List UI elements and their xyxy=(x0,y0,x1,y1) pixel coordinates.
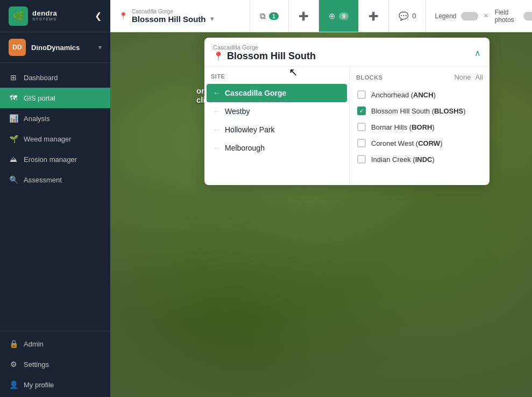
block-item-indc[interactable]: Indian Creek (INDC) xyxy=(356,151,483,167)
block-name-borh: Bornar Hills (BORH) xyxy=(371,123,435,131)
chevron-down-icon: ▾ xyxy=(210,15,214,23)
site-row-melborough[interactable]: ← Melborough xyxy=(207,139,347,157)
layers-badge: 1 xyxy=(269,12,279,20)
site-selector-inner: Cascadilla Gorge Blossom Hill South ▾ xyxy=(132,9,214,24)
sidebar-item-assessment[interactable]: 🔍 Assessment xyxy=(0,169,110,190)
dropdown-panel: Cascadilla Gorge 📍 Blossom Hill South ∧ … xyxy=(204,38,490,185)
logo-icon: 🌿 xyxy=(9,6,28,26)
map-area[interactable]: on click ↖ Cascadilla Gorge 📍 Blossom Hi xyxy=(110,32,532,397)
sidebar-item-label: Dashboard xyxy=(24,74,58,82)
sidebar-item-erosion-manager[interactable]: ⛰ Erosion manager xyxy=(0,149,110,169)
block-checkbox-indc[interactable] xyxy=(357,155,366,164)
block-checkbox-anch[interactable] xyxy=(357,90,366,99)
dashboard-icon: ⊞ xyxy=(9,73,18,82)
sidebar-header: 🌿 dendra SYSTEMS ❮ xyxy=(0,0,110,32)
site-row-westby[interactable]: ← Westby xyxy=(207,102,347,120)
field-photos-toggle[interactable] xyxy=(523,12,532,20)
site-arrow-icon: ← xyxy=(213,107,221,116)
sidebar-item-admin[interactable]: 🔒 Admin xyxy=(0,334,110,354)
main-content: 📍 Cascadilla Gorge Blossom Hill South ▾ … xyxy=(110,0,532,397)
block-item-corw[interactable]: Coronet West (CORW) xyxy=(356,135,483,151)
site-row-name: Hollowley Park xyxy=(225,125,275,134)
erosion-manager-icon: ⛰ xyxy=(9,154,18,164)
chevron-up-icon[interactable]: ∧ xyxy=(474,48,481,58)
sidebar-item-dashboard[interactable]: ⊞ Dashboard xyxy=(0,67,110,88)
dropdown-body: Site ← Cascadilla Gorge ← Westby ← Hollo… xyxy=(204,67,490,185)
legend-label: Legend xyxy=(435,12,456,20)
site-row-cascadilla[interactable]: ← Cascadilla Gorge xyxy=(207,84,347,102)
sidebar-item-weed-manager[interactable]: 🌱 Weed manager xyxy=(0,129,110,149)
sidebar-item-label: Assessment xyxy=(24,176,62,184)
site-label-small: Cascadilla Gorge xyxy=(132,9,214,15)
comments-icon: 💬 xyxy=(399,11,409,21)
site-name-large: Blossom Hill South ▾ xyxy=(132,15,214,24)
add-waypoint-icon: ➕ xyxy=(368,11,379,21)
location-pin-icon: 📍 xyxy=(119,12,127,20)
toolbar: 📍 Cascadilla Gorge Blossom Hill South ▾ … xyxy=(110,0,532,32)
sidebar-item-label: Settings xyxy=(24,360,49,368)
site-row-name: Melborough xyxy=(225,144,265,152)
org-row[interactable]: DD DinoDynamics ▾ xyxy=(0,32,110,63)
sidebar-item-label: GIS portal xyxy=(24,94,55,102)
site-arrow-icon: ← xyxy=(213,144,221,152)
layers-icon: ⧉ xyxy=(260,11,266,21)
add-layer-button[interactable]: ➕ xyxy=(289,0,319,32)
sidebar-collapse-button[interactable]: ❮ xyxy=(95,11,102,21)
dropdown-site-name: 📍 Blossom Hill South xyxy=(213,51,316,62)
block-item-anch[interactable]: Anchorhead (ANCH) xyxy=(356,87,483,103)
sidebar-item-label: Admin xyxy=(24,340,44,348)
dropdown-cascilla: Cascadilla Gorge xyxy=(213,44,316,51)
org-chevron-icon: ▾ xyxy=(98,44,102,51)
block-name-anch: Anchorhead (ANCH) xyxy=(371,91,436,99)
site-row-name: Westby xyxy=(225,107,250,116)
site-arrow-icon: ← xyxy=(213,125,221,134)
site-row-hollowley[interactable]: ← Hollowley Park xyxy=(207,120,347,139)
org-avatar: DD xyxy=(9,39,26,56)
block-name-indc: Indian Creek (INDC) xyxy=(371,155,435,164)
sidebar-item-label: My profile xyxy=(24,381,54,389)
sidebar-item-label: Weed manager xyxy=(24,135,72,143)
block-checkbox-bloshs[interactable] xyxy=(357,107,366,115)
dropdown-header: Cascadilla Gorge 📍 Blossom Hill South ∧ xyxy=(204,38,490,67)
add-layer-icon: ➕ xyxy=(299,11,309,21)
assessment-icon: 🔍 xyxy=(9,175,18,185)
layers-button[interactable]: ⧉ 1 xyxy=(250,0,289,32)
sidebar: 🌿 dendra SYSTEMS ❮ DD DinoDynamics ▾ ⊞ D… xyxy=(0,0,110,397)
logo-area: 🌿 dendra SYSTEMS xyxy=(9,6,57,26)
block-checkbox-borh[interactable] xyxy=(357,123,366,131)
logo-text: dendra SYSTEMS xyxy=(32,10,57,22)
waypoints-badge: 9 xyxy=(339,12,349,20)
blocks-none-link[interactable]: None xyxy=(454,73,471,81)
blocks-col: Blocks None All Anchorhead (ANCH) xyxy=(350,67,490,185)
blocks-all-link[interactable]: All xyxy=(476,73,483,81)
blocks-actions: None All xyxy=(454,73,483,81)
blocks-title: Blocks xyxy=(356,74,382,81)
waypoints-button[interactable]: ⊕ 9 xyxy=(319,0,359,32)
dropdown-pin-icon: 📍 xyxy=(213,51,224,61)
waypoints-icon: ⊕ xyxy=(329,11,336,21)
site-selector[interactable]: 📍 Cascadilla Gorge Blossom Hill South ▾ xyxy=(110,0,250,32)
sidebar-item-gis-portal[interactable]: 🗺 GIS portal xyxy=(0,88,110,108)
block-name-corw: Coronet West (CORW) xyxy=(371,139,442,147)
legend-close-icon[interactable]: ✕ xyxy=(484,12,488,19)
settings-icon: ⚙ xyxy=(9,359,18,369)
legend-toggle[interactable] xyxy=(461,12,478,20)
sidebar-item-my-profile[interactable]: 👤 My profile xyxy=(0,374,110,395)
sidebar-item-analysis[interactable]: 📊 Analysis xyxy=(0,108,110,129)
block-checkbox-corw[interactable] xyxy=(357,139,366,147)
gis-portal-icon: 🗺 xyxy=(9,93,18,103)
dropdown-header-left: Cascadilla Gorge 📍 Blossom Hill South xyxy=(213,44,316,62)
add-waypoint-button[interactable]: ➕ xyxy=(359,0,389,32)
site-col-header: Site xyxy=(204,73,349,84)
blocks-col-header: Blocks None All xyxy=(356,73,483,81)
nav-section: ⊞ Dashboard 🗺 GIS portal 📊 Analysis 🌱 We… xyxy=(0,63,110,331)
block-item-bloshs[interactable]: Blossom Hill South (BLOSHS) xyxy=(356,103,483,119)
comments-button[interactable]: 💬 0 xyxy=(389,0,426,32)
sidebar-item-label: Erosion manager xyxy=(24,155,77,164)
weed-manager-icon: 🌱 xyxy=(9,134,18,144)
comments-count: 0 xyxy=(412,12,416,20)
toolbar-actions: ⧉ 1 ➕ ⊕ 9 ➕ 💬 0 xyxy=(250,0,426,32)
block-item-borh[interactable]: Bornar Hills (BORH) xyxy=(356,119,483,135)
sidebar-item-settings[interactable]: ⚙ Settings xyxy=(0,354,110,374)
block-name-bloshs: Blossom Hill South (BLOSHS) xyxy=(371,107,466,115)
